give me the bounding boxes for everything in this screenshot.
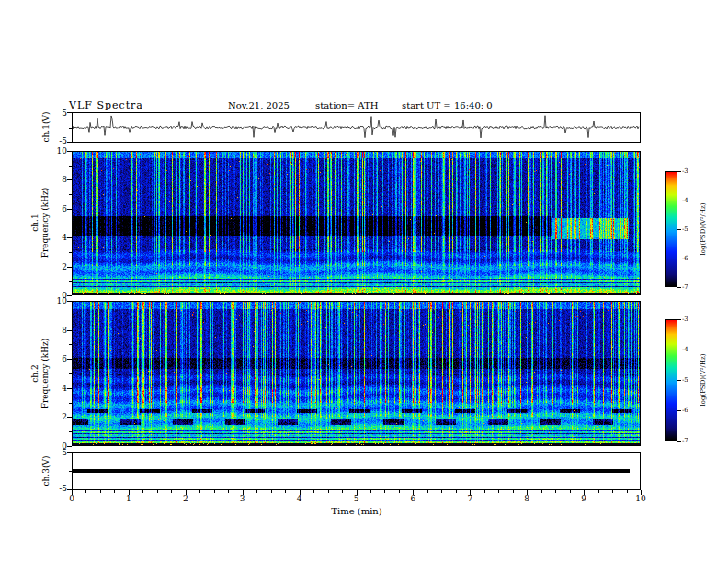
time-minor-tick <box>612 490 613 493</box>
time-minor-tick <box>85 490 86 493</box>
time-minor-tick <box>484 490 485 493</box>
ch2-freq-tick-label: 10 <box>50 296 67 305</box>
time-minor-tick <box>441 490 442 493</box>
colorbar-tick <box>677 171 681 172</box>
ch2-freq-tick-label: 2 <box>50 412 67 421</box>
time-minor-tick <box>100 490 101 493</box>
time-minor-tick <box>199 490 200 493</box>
ch1-spectrogram-panel <box>72 151 641 295</box>
time-minor-tick <box>384 490 385 493</box>
ch1-volt-tick-top <box>67 112 72 113</box>
ch1-freq-major-tick <box>67 237 72 238</box>
ch2-freq-tick-label: 4 <box>50 384 67 393</box>
time-tick-label: 10 <box>633 494 648 503</box>
colorbar-tick-label: -4 <box>682 197 688 204</box>
ch1-freq-minor-tick <box>69 166 72 167</box>
time-minor-tick <box>313 490 314 493</box>
ch1-freq-major-tick <box>67 151 72 152</box>
colorbar-tick <box>677 201 681 201</box>
ch1-label: ch.1 <box>30 188 40 259</box>
plot-station: station= ATH <box>315 100 378 110</box>
plot-title: VLF Spectra <box>69 99 143 111</box>
ch1-freq-minor-tick <box>69 194 72 195</box>
time-major-tick <box>413 490 414 495</box>
ch2-spectrogram-panel <box>72 301 641 446</box>
time-tick-label: 4 <box>292 494 307 503</box>
colorbar-tick <box>677 350 681 350</box>
time-minor-tick <box>570 490 571 493</box>
colorbar-tick-label: -5 <box>682 376 688 384</box>
time-tick-label: 2 <box>178 494 193 503</box>
ch2-freq-major-tick <box>67 417 72 418</box>
time-axis-label: Time (min) <box>331 506 381 516</box>
time-minor-tick <box>456 490 457 493</box>
colorbar-tick-label: -5 <box>682 225 688 233</box>
time-minor-tick <box>214 490 215 493</box>
ch3-volt-tick-top <box>67 452 72 453</box>
ch2-freq-minor-tick <box>69 373 72 374</box>
colorbar-tick-label: -7 <box>682 283 688 291</box>
vlf-spectra-figure: VLF Spectra Nov.21, 2025 station= ATH st… <box>0 0 728 563</box>
ch1-spectrogram-axis-label: ch.1 Frequency (kHz) <box>30 188 51 259</box>
time-minor-tick <box>427 490 428 493</box>
colorbar-tick <box>677 287 681 288</box>
ch3-flatline-trace <box>73 469 630 473</box>
ch1-freq-tick-label: 10 <box>50 146 67 155</box>
ch2-freq-major-tick <box>67 359 72 360</box>
colorbar-tick <box>677 441 681 442</box>
colorbar-tick <box>677 410 681 411</box>
ch2-freq-tick-label: 6 <box>50 354 67 363</box>
time-major-tick <box>641 490 642 495</box>
time-tick-label: 0 <box>64 494 79 503</box>
ch1-freq-tick-label: 2 <box>50 262 67 271</box>
ch3-volt-tick-mid <box>69 471 72 472</box>
ch1-volt-tick-bot <box>67 142 72 143</box>
ch2-spectrogram-canvas <box>73 302 640 445</box>
plot-date: Nov.21, 2025 <box>228 100 290 110</box>
time-major-tick <box>186 490 187 495</box>
ch1-colorbar <box>665 171 677 287</box>
ch3-waveform-axis-label: ch.3(V) <box>41 456 51 487</box>
ch2-colorbar-label: log(PSD)(V²/Hz) <box>700 354 707 407</box>
time-tick-label: 5 <box>349 494 364 503</box>
colorbar-tick-label: -4 <box>682 346 688 353</box>
ch1-freq-minor-tick <box>69 281 72 282</box>
time-major-tick <box>584 490 585 495</box>
time-major-tick <box>300 490 301 495</box>
time-tick-label: 1 <box>121 494 136 503</box>
time-major-tick <box>527 490 528 495</box>
time-major-tick <box>72 490 73 495</box>
ch2-freq-minor-tick <box>69 316 72 316</box>
time-minor-tick <box>399 490 400 493</box>
time-minor-tick <box>328 490 329 493</box>
time-tick-label: 3 <box>235 494 250 503</box>
colorbar-tick <box>677 319 681 320</box>
time-minor-tick <box>271 490 272 493</box>
ch3-volt-min-label: -5 <box>50 484 67 493</box>
colorbar-tick-label: -3 <box>682 167 688 175</box>
ch1-freq-minor-tick <box>69 252 72 253</box>
ch2-freq-minor-tick <box>69 403 72 404</box>
time-minor-tick <box>342 490 343 493</box>
ch2-freq-major-tick <box>67 301 72 302</box>
ch3-volt-max-label: 5 <box>50 448 67 457</box>
time-minor-tick <box>598 490 599 493</box>
time-minor-tick <box>157 490 158 493</box>
time-minor-tick <box>555 490 556 493</box>
ch3-volt-tick-bot <box>67 489 72 490</box>
ch3-waveform-panel <box>72 452 641 490</box>
time-minor-tick <box>228 490 229 493</box>
colorbar-tick <box>677 229 681 230</box>
time-major-tick <box>129 490 130 495</box>
ch2-label: ch.2 <box>30 339 40 409</box>
ch2-colorbar <box>665 319 677 441</box>
plot-start-ut: start UT = 16:40: 0 <box>402 100 493 110</box>
ch2-freq-major-tick <box>67 446 72 447</box>
time-minor-tick <box>498 490 499 493</box>
ch1-freq-tick-label: 4 <box>50 233 67 242</box>
ch1-waveform-panel <box>72 112 641 143</box>
ch1-freq-major-tick <box>67 267 72 268</box>
time-minor-tick <box>171 490 172 493</box>
colorbar-tick-label: -6 <box>682 407 688 414</box>
ch1-volt-tick-mid <box>69 128 72 129</box>
